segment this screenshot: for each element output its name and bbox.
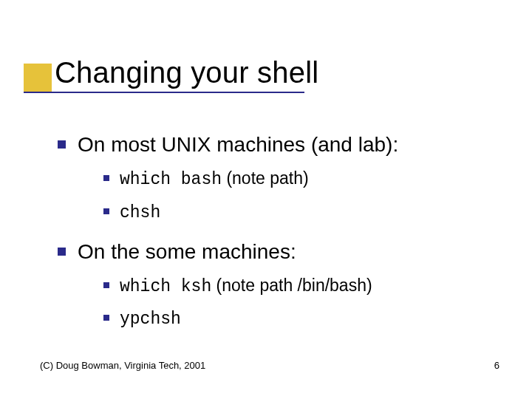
slide: Changing your shell On most UNIX machine… bbox=[0, 0, 532, 399]
note-text: (note path /bin/bash) bbox=[211, 276, 372, 295]
page-number: 6 bbox=[494, 360, 499, 371]
slide-body: On most UNIX machines (and lab): which b… bbox=[58, 118, 502, 330]
code-text: which ksh bbox=[120, 277, 211, 296]
list-item-text: chsh bbox=[120, 201, 160, 224]
list-item: On the some machines: bbox=[58, 239, 502, 265]
code-text: ypchsh bbox=[120, 310, 181, 329]
list-item-text: which bash (note path) bbox=[120, 168, 309, 191]
note-text: (note path) bbox=[222, 168, 309, 188]
title-underline bbox=[24, 92, 304, 93]
list-item: which bash (note path) bbox=[103, 168, 502, 191]
list-item: which ksh (note path /bin/bash) bbox=[103, 275, 502, 298]
square-bullet-icon bbox=[103, 282, 109, 288]
square-bullet-icon bbox=[103, 315, 109, 321]
title-block: Changing your shell bbox=[22, 58, 318, 87]
list-item: chsh bbox=[103, 201, 502, 224]
sub-list: which bash (note path) chsh bbox=[103, 168, 502, 224]
slide-title: Changing your shell bbox=[55, 58, 318, 87]
square-bullet-icon bbox=[58, 248, 66, 256]
sub-list: which ksh (note path /bin/bash) ypchsh bbox=[103, 275, 502, 331]
list-item-text: On most UNIX machines (and lab): bbox=[78, 132, 398, 157]
code-text: which bash bbox=[120, 170, 222, 189]
footer-copyright: (C) Doug Bowman, Virginia Tech, 2001 bbox=[40, 360, 205, 371]
list-item: On most UNIX machines (and lab): bbox=[58, 132, 502, 157]
list-item-text: which ksh (note path /bin/bash) bbox=[120, 275, 372, 298]
square-bullet-icon bbox=[103, 175, 109, 181]
code-text: chsh bbox=[120, 203, 160, 222]
list-item-text: ypchsh bbox=[120, 307, 181, 330]
square-bullet-icon bbox=[103, 208, 109, 214]
accent-square-icon bbox=[24, 64, 52, 92]
list-item-text: On the some machines: bbox=[78, 239, 296, 265]
square-bullet-icon bbox=[58, 140, 66, 149]
list-item: ypchsh bbox=[103, 307, 502, 330]
